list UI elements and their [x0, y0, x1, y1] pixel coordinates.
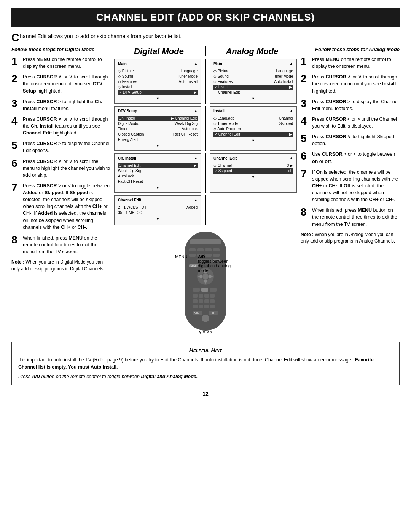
step-number-1: 1 — [11, 56, 20, 67]
screen-line: Weak Dig Sig — [118, 168, 198, 174]
svg-rect-3 — [197, 248, 204, 251]
analog-screens: Main▲ ◇ PictureLanguage ◇ SoundTuner Mod… — [210, 59, 297, 104]
screen-digital-2: DTV Setup▲ Ch. Install▶ Channel Edit Dig… — [114, 106, 201, 151]
digital-steps-column: Follow these steps for Digital Mode 1 Pr… — [11, 46, 110, 272]
screen-line: ◇ Tuner ModeSkipped — [213, 121, 293, 126]
analog-step-4: 4 Press CURSOR < or > until the Channel … — [301, 116, 400, 129]
svg-rect-33 — [193, 305, 198, 308]
step-number-4: 4 — [11, 116, 20, 126]
analog-screens-3: Channel Edit▲ ◇ Channel3 ▶ ✓ Skippedoff … — [210, 153, 297, 193]
screen-line: ✓ Channel Edit▶ — [213, 132, 293, 137]
step-text-3: Press CURSOR > to highlight the Ch. Inst… — [23, 98, 110, 112]
analog-step-2: 2 Press CURSOR ∧ or ∨ to scroll through … — [301, 73, 400, 94]
remote-svg: A/D MENU — [173, 232, 238, 331]
helpful-hint-title: Helpful Hint — [18, 347, 393, 353]
svg-rect-4 — [205, 248, 212, 251]
screens-divider-2 — [205, 106, 206, 151]
screen-line: Fact CH Reset — [118, 179, 198, 184]
screen-line: Emerg Alert — [118, 137, 198, 142]
analog-step-number-8: 8 — [301, 207, 309, 217]
digital-screens-4: Channel Edit▲ 2 - 1 WCBS - DTAdded 35 - … — [114, 195, 201, 225]
svg-rect-28 — [210, 294, 215, 298]
digital-mode-title: Digital Mode — [114, 46, 204, 56]
screen-arrow-down: ▼ — [118, 97, 198, 101]
analog-step-number-3: 3 — [301, 98, 309, 109]
screen-title-main-digital: Main▲ — [118, 62, 198, 67]
center-column: Digital Mode Analog Mode Main▲ ◇ Picture… — [110, 46, 301, 335]
analog-step-5: 5 Press CURSOR ∨ to highlight Skipped op… — [301, 133, 400, 147]
digital-step-8: 8 When finished, press MENU on the remot… — [11, 235, 110, 255]
screen-title-channel-edit-d: Channel Edit▲ — [118, 198, 198, 203]
analog-mode-title: Analog Mode — [207, 46, 297, 56]
step-text-4: Press CURSOR ∧ or ∨ to scroll through th… — [23, 116, 110, 136]
screens-pair-4: Channel Edit▲ 2 - 1 WCBS - DTAdded 35 - … — [114, 195, 297, 225]
screen-line: Ch. Install▶ Channel Edit — [118, 116, 198, 121]
screen-arrow-down: ▼ — [213, 139, 293, 142]
screens-divider-4 — [205, 195, 206, 225]
analog-step-text-6: Use CURSOR > or < to toggle between on o… — [312, 151, 400, 165]
screens-pair-1: Main▲ ◇ PictureLanguage ◇ SoundTuner Mod… — [114, 59, 297, 104]
screen-line: 35 - 1 MELCO — [118, 210, 198, 216]
screen-title-ch-install: Ch. Install▲ — [118, 156, 198, 161]
screen-line: ◇ PictureLanguage — [118, 69, 198, 74]
svg-point-21 — [202, 273, 209, 280]
step-number-8: 8 — [11, 235, 20, 245]
screen-highlight-dtv: ✓ DTV Setup▶ — [118, 90, 198, 95]
svg-rect-23 — [201, 288, 208, 292]
svg-rect-35 — [204, 305, 209, 308]
digital-step-5: 5 Press CURSOR > to display the Channel … — [11, 140, 110, 154]
remote-area: A/D MENU — [173, 232, 238, 335]
helpful-hint-p2: Press A/D button on the remote control t… — [18, 373, 393, 380]
step-text-1: Press MENU on the remote control to disp… — [23, 56, 110, 70]
analog-step-text-2: Press CURSOR ∧ or ∨ to scroll through th… — [312, 73, 400, 94]
cursor-label: ∧ ∨ < > — [198, 330, 213, 335]
digital-screens-3: Ch. Install▲ Channel Edit▶ Weak Dig Sig … — [114, 153, 201, 193]
page-title: CHANNEL EDIT (ADD OR SKIP CHANNELS) — [19, 11, 392, 23]
screen-line: ◇ Channel3 ▶ — [213, 163, 293, 168]
screen-line: ◇ FeaturesAuto Install — [213, 79, 293, 85]
digital-step-2: 2 Press CURSOR ∧ or ∨ to scroll through … — [11, 73, 110, 94]
svg-rect-22 — [193, 288, 200, 292]
svg-rect-30 — [199, 299, 203, 303]
svg-rect-5 — [213, 248, 220, 251]
screen-digital-1: Main▲ ◇ PictureLanguage ◇ SoundTuner Mod… — [114, 59, 201, 104]
menu-label: MENU— — [175, 254, 191, 273]
digital-step-4: 4 Press CURSOR ∧ or ∨ to scroll through … — [11, 116, 110, 136]
digital-screens: Main▲ ◇ PictureLanguage ◇ SoundTuner Mod… — [114, 59, 201, 104]
screen-title-dtv: DTV Setup▲ — [118, 109, 198, 114]
screen-arrow-down: ▼ — [118, 217, 198, 221]
menu-label-text: MENU — [175, 254, 187, 259]
analog-step-7: 7 If On is selected, the channels will b… — [301, 169, 400, 203]
cursor-label-text: ∧ ∨ < > — [198, 330, 213, 334]
digital-note: Note : When you are in Digital Mode you … — [11, 259, 110, 272]
analog-heading: Follow these steps for Analog Mode — [301, 46, 400, 52]
digital-step-7: 7 Press CURSOR > or < to toggle between … — [11, 182, 110, 231]
screen-line: ◇ SoundTuner Mode — [213, 74, 293, 79]
ad-label-area: A/D toggles between digital and analog m… — [198, 254, 236, 273]
screen-digital-4: Channel Edit▲ 2 - 1 WCBS - DTAdded 35 - … — [114, 195, 201, 225]
digital-screens-2: DTV Setup▲ Ch. Install▶ Channel Edit Dig… — [114, 106, 201, 151]
helpful-hint-bold: Favorite Channel list is empty. You must… — [18, 357, 374, 370]
screen-arrow-down: ▼ — [213, 97, 293, 101]
screen-line: ◇ PictureLanguage — [213, 69, 293, 74]
digital-step-1: 1 Press MENU on the remote control to di… — [11, 56, 110, 70]
intro-paragraph: C hannel Edit allows you to add or skip … — [11, 32, 400, 40]
step-text-2: Press CURSOR ∧ or ∨ to scroll through th… — [23, 73, 110, 94]
screen-analog-2: Install▲ ◇ LanguageChannel ◇ Tuner ModeS… — [210, 106, 297, 151]
digital-heading: Follow these steps for Digital Mode — [11, 46, 110, 52]
analog-step-text-4: Press CURSOR < or > until the Channel yo… — [312, 116, 400, 129]
analog-step-number-6: 6 — [301, 151, 309, 161]
analog-step-text-8: When finished, press MENU button on the … — [312, 207, 400, 227]
screen-line: TimerAutoLock — [118, 126, 198, 132]
main-layout: Follow these steps for Digital Mode 1 Pr… — [11, 46, 400, 335]
step-number-7: 7 — [11, 182, 20, 193]
svg-text:VOL: VOL — [194, 312, 199, 314]
analog-step-1: 1 Press MENU on the remote control to di… — [301, 56, 400, 70]
analog-step-number-2: 2 — [301, 73, 309, 84]
screen-analog-1: Main▲ ◇ PictureLanguage ◇ SoundTuner Mod… — [210, 59, 297, 104]
svg-rect-36 — [210, 305, 215, 308]
screen-line: Channel Edit▶ — [118, 163, 198, 168]
svg-rect-24 — [210, 288, 217, 292]
screen-analog-3: Channel Edit▲ ◇ Channel3 ▶ ✓ Skippedoff … — [210, 153, 297, 193]
svg-rect-29 — [193, 299, 198, 303]
